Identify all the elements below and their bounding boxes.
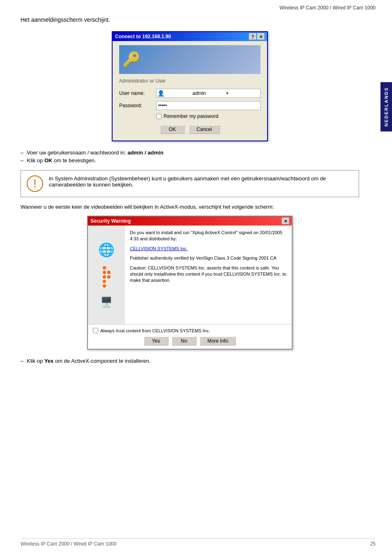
bullet-1: Voer uw gebruikersnaam / wachtwoord in: … [21,150,359,156]
security-dialog-title: Security Warning [90,218,131,224]
company-link[interactable]: CELLVISION SYSTEMS Inc. [130,246,187,251]
section-text: Wanneer u de eerste keer de videobeelden… [21,204,359,210]
dot [103,280,106,283]
security-footer: Always trust content from CELLVISION SYS… [88,324,292,349]
password-row: Password: ••••• [119,101,261,110]
remember-row: Remember my password [156,113,261,119]
final-bullet: Klik op Yes om de ActiveX-component te i… [21,358,359,364]
warning-icon: ! [27,175,43,192]
always-trust-checkbox[interactable] [93,328,98,333]
notice-box: ! In System Administration (Systeembehee… [21,170,359,197]
no-button[interactable]: No [172,336,196,345]
connect-dialog-title: Connect to 192.168.1.90 [115,34,171,39]
footer-right: 25 [370,541,376,547]
bullet-2-text: Klik op OK om te bevestigen. [27,157,96,164]
close-button[interactable]: ✕ [257,33,265,40]
help-button[interactable]: ? [249,33,256,40]
password-input[interactable]: ••••• [156,101,261,110]
bullet-1-text: Voer uw gebruikersnaam / wachtwoord in: … [27,150,163,156]
language-tab: NEDERLANDS [380,82,392,131]
dot [103,266,106,269]
yes-button[interactable]: Yes [144,336,168,345]
bullet-2: Klik op OK om te bevestigen. [21,157,359,164]
remember-label: Remember my password [164,113,218,119]
more-info-button[interactable]: More Info [200,336,236,345]
security-buttons: Yes No More Info [93,336,287,345]
globe-icon: 🌐 [98,242,115,258]
dot [107,275,111,279]
dialog-subtitle: Administrator or User [119,78,261,84]
caution-text: Caution: CELLVISION SYSTEMS Inc. asserts… [130,265,287,284]
password-label: Password: [119,103,156,108]
computer-icon: 🖥️ [100,296,113,308]
security-illustration: 🌐 [92,238,121,312]
notice-text: In System Administration (Systeembeheer)… [49,175,353,188]
instruction-bullets: Voer uw gebruikersnaam / wachtwoord in: … [21,150,359,164]
username-input[interactable]: 👤 admin ▾ [156,89,261,98]
always-trust-label: Always trust content from CELLVISION SYS… [100,328,210,333]
footer-left: Wireless IP Cam 2000 / Wired IP Cam 1000 [21,541,117,547]
always-trust-row: Always trust content from CELLVISION SYS… [93,328,287,333]
final-bullet-text: Klik op Yes om de ActiveX-component te i… [27,358,150,364]
username-row: User name: 👤 admin ▾ [119,89,261,98]
dot [103,275,106,279]
security-warning-dialog: Security Warning ✕ 🌐 [87,216,293,350]
footer: Wireless IP Cam 2000 / Wired IP Cam 1000… [21,538,376,547]
dot [103,271,106,274]
password-value: ••••• [158,103,167,108]
security-body: 🌐 [88,226,292,324]
connect-dialog-buttons: OK Cancel [119,125,261,134]
publisher-text: Publisher authenticity verified by VeriS… [130,255,287,261]
dot [107,271,111,274]
security-question: Do you want to install and run "Xplug Ac… [130,230,287,242]
cancel-button[interactable]: Cancel [189,125,219,134]
final-bullets: Klik op Yes om de ActiveX-component te i… [21,358,359,364]
security-close-button[interactable]: ✕ [282,218,289,224]
header-title: Wireless IP Cam 2000 / Wired IP Cam 1000 [279,5,376,11]
dot [103,284,106,288]
connect-dialog-titlebar: Connect to 192.168.1.90 ? ✕ [113,32,267,41]
shield-dots [103,266,111,288]
remember-checkbox[interactable] [156,114,161,119]
connect-dialog: Connect to 192.168.1.90 ? ✕ 🔑 Administra… [112,31,268,141]
intro-text: Het aanmeldingsscherm verschijnt. [21,16,359,23]
security-dialog-titlebar: Security Warning ✕ [88,216,292,226]
security-content: Do you want to install and run "Xplug Ac… [125,226,292,324]
username-value: admin [192,90,226,96]
person-icon: 👤 [157,90,191,97]
security-icon-panel: 🌐 [88,226,125,324]
dialog-banner: 🔑 [119,45,261,74]
username-label: User name: [119,90,156,96]
ok-button[interactable]: OK [160,125,184,134]
dropdown-arrow-icon[interactable]: ▾ [226,90,259,96]
key-icon: 🔑 [122,51,141,68]
